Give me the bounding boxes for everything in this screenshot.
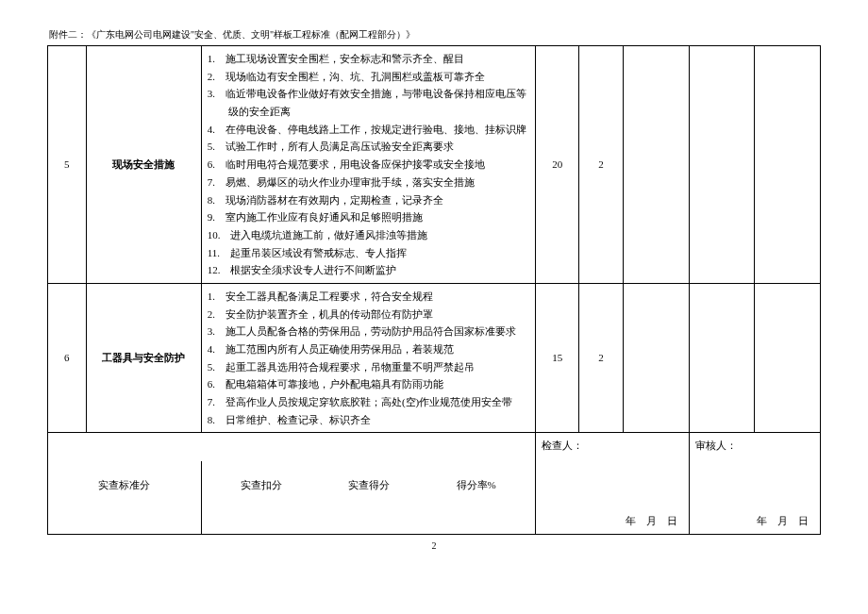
list-item: 10. 进入电缆坑道施工前，做好通风排浊等措施 [208, 226, 529, 244]
blank-cell [689, 283, 755, 433]
blank-cell [755, 46, 821, 284]
list-item: 6. 配电箱箱体可靠接地，户外配电箱具有防雨功能 [208, 375, 529, 393]
list-item: 9. 室内施工作业应有良好通风和足够照明措施 [208, 208, 529, 226]
signature-row: 检查人： 审核人： [48, 433, 821, 461]
list-item: 3. 施工人员配备合格的劳保用品，劳动防护用品符合国家标准要求 [208, 323, 529, 340]
row-description: 1. 安全工器具配备满足工程要求，符合安全规程2. 安全防护装置齐全，机具的传动… [201, 283, 535, 433]
list-item: 8. 现场消防器材在有效期内，定期检查，记录齐全 [208, 191, 529, 209]
rate-label: 得分率% [457, 476, 496, 494]
deduct-label: 实查扣分 [241, 476, 282, 494]
list-item: 2. 安全防护装置齐全，机具的传动部位有防护罩 [208, 306, 529, 324]
list-item: 2. 现场临边有安全围栏，沟、坑、孔洞围栏或盖板可靠齐全 [208, 68, 529, 86]
row-index: 6 [48, 283, 87, 433]
list-item: 1. 施工现场设置安全围栏，安全标志和警示齐全、醒目 [208, 50, 529, 68]
list-item: 5. 起重工器具选用符合规程要求，吊物重量不明严禁起吊 [208, 358, 529, 376]
page-number: 2 [47, 540, 821, 551]
list-item: 8. 日常维护、检查记录、标识齐全 [208, 411, 529, 429]
row-title: 现场安全措施 [86, 46, 201, 284]
table-row: 6工器具与安全防护1. 安全工器具配备满足工程要求，符合安全规程2. 安全防护装… [48, 283, 821, 433]
list-item: 1. 安全工器具配备满足工程要求，符合安全规程 [208, 288, 529, 306]
list-item: 6. 临时用电符合规范要求，用电设备应保护接零或安全接地 [208, 156, 529, 174]
row-index: 5 [48, 46, 87, 284]
row-min: 2 [579, 283, 623, 433]
row-title: 工器具与安全防护 [86, 283, 201, 433]
row-score: 15 [535, 283, 578, 433]
blank-cell [755, 283, 821, 433]
inspector-cell: 检查人： [535, 433, 689, 461]
list-item: 12. 根据安全须求设专人进行不间断监护 [208, 261, 529, 279]
list-item: 4. 在停电设备、停电线路上工作，按规定进行验电、接地、挂标识牌 [208, 121, 529, 139]
got-label: 实查得分 [348, 476, 390, 494]
table-row: 5现场安全措施1. 施工现场设置安全围栏，安全标志和警示齐全、醒目2. 现场临边… [48, 46, 821, 284]
blank-cell [623, 283, 689, 433]
row-score: 20 [535, 46, 578, 284]
blank-cell [689, 46, 755, 284]
row-min: 2 [579, 46, 623, 284]
list-item: 7. 登高作业人员按规定穿软底胶鞋；高处(空)作业规范使用安全带 [208, 393, 529, 411]
auditor-date: 年 月 日 [689, 508, 820, 534]
inspector-date: 年 月 日 [535, 508, 689, 534]
standards-table: 5现场安全措施1. 施工现场设置安全围栏，安全标志和警示齐全、醒目2. 现场临边… [47, 45, 821, 535]
std-score-label: 实查标准分 [48, 461, 202, 508]
list-item: 7. 易燃、易爆区的动火作业办理审批手续，落实安全措施 [208, 174, 529, 191]
date-row: 年 月 日 年 月 日 [48, 508, 821, 534]
list-item: 5. 试验工作时，所有人员满足高压试验安全距离要求 [208, 138, 529, 156]
doc-header: 附件二：《广东电网公司电网建设"安全、优质、文明"样板工程标准（配网工程部分）》 [47, 28, 821, 41]
auditor-cell: 审核人： [689, 433, 820, 461]
summary-row: 实查标准分 实查扣分 实查得分 得分率% [48, 461, 821, 508]
list-item: 4. 施工范围内所有人员正确使用劳保用品，着装规范 [208, 340, 529, 358]
row-description: 1. 施工现场设置安全围栏，安全标志和警示齐全、醒目2. 现场临边有安全围栏，沟… [201, 46, 535, 284]
list-item: 11. 起重吊装区域设有警戒标志、专人指挥 [208, 244, 529, 262]
list-item: 3. 临近带电设备作业做好有效安全措施，与带电设备保持相应电压等级的安全距离 [208, 85, 529, 120]
blank-cell [623, 46, 689, 284]
